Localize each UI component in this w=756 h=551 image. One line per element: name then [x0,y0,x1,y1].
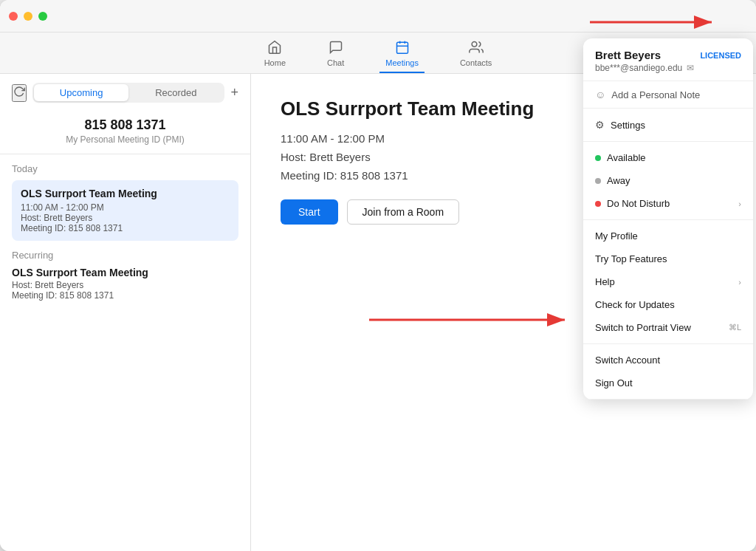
sign-out-item[interactable]: Sign Out [583,372,753,394]
nav-label-chat: Chat [327,58,344,67]
available-dot [595,155,601,161]
gear-icon: ⚙ [595,119,605,131]
home-icon [267,40,282,57]
help-item[interactable]: Help › [583,270,753,293]
status-section: Available Away Do Not Disturb › [583,142,753,220]
tab-upcoming[interactable]: Upcoming [34,84,128,101]
today-meeting-id: Meeting ID: 815 808 1371 [21,223,230,233]
nav-label-meetings: Meetings [385,58,419,67]
add-meeting-button[interactable]: + [230,85,238,100]
nav-item-chat[interactable]: Chat [321,37,350,73]
refresh-button[interactable] [12,84,27,102]
user-name: Brett Beyers [595,49,661,61]
status-dnd[interactable]: Do Not Disturb › [583,192,753,215]
away-label: Away [607,175,630,186]
sign-out-label: Sign Out [595,377,633,389]
available-label: Available [607,152,646,163]
join-room-button[interactable]: Join from a Room [347,199,459,225]
tab-group: Upcoming Recorded [32,83,224,103]
away-dot [595,178,601,184]
portrait-view-label: Switch to Portrait View [595,322,691,333]
add-note-row[interactable]: ☺ Add a Personal Note [583,81,753,109]
contacts-icon [469,40,484,57]
top-features-item[interactable]: Try Top Features [583,247,753,270]
start-button[interactable]: Start [281,199,338,225]
licensed-badge: LICENSED [700,51,741,60]
svg-point-4 [472,42,477,47]
my-profile-label: My Profile [595,230,638,242]
profile-dropdown: Brett Beyers LICENSED bbe***@sandiego.ed… [583,38,753,400]
portrait-view-item[interactable]: Switch to Portrait View ⌘L [583,316,753,339]
nav-label-contacts: Contacts [460,58,492,67]
my-profile-item[interactable]: My Profile [583,225,753,247]
note-icon: ☺ [595,89,605,100]
settings-section: ⚙ Settings [583,109,753,142]
nav-item-contacts[interactable]: Contacts [454,37,498,73]
dnd-dot [595,201,601,207]
tab-recorded[interactable]: Recorded [128,84,223,101]
minimize-button[interactable] [24,12,32,21]
settings-item[interactable]: ⚙ Settings [583,113,753,137]
status-away[interactable]: Away [583,169,753,192]
dropdown-header: Brett Beyers LICENSED bbe***@sandiego.ed… [583,38,753,81]
svg-rect-0 [396,42,408,53]
pmi-section: 815 808 1371 My Personal Meeting ID (PMI… [0,112,250,154]
add-note-label: Add a Personal Note [611,89,700,100]
email-icon: ✉ [687,63,694,73]
pmi-label: My Personal Meeting ID (PMI) [12,134,238,145]
nav-label-home: Home [264,58,286,67]
title-bar [0,0,756,32]
check-updates-item[interactable]: Check for Updates [583,293,753,316]
menu-section: My Profile Try Top Features Help › Check… [583,220,753,344]
portrait-shortcut: ⌘L [729,323,741,332]
recurring-meeting-title: OLS Surrport Team Meeting [12,267,238,278]
chat-icon [329,40,343,57]
dnd-label: Do Not Disturb [607,198,670,209]
email-text: bbe***@sandiego.edu [595,63,682,73]
switch-account-item[interactable]: Switch Account [583,349,753,372]
sidebar-header: Upcoming Recorded + [0,74,250,112]
maximize-button[interactable] [38,12,47,21]
nav-item-home[interactable]: Home [258,37,292,73]
top-features-label: Try Top Features [595,253,667,264]
account-section: Switch Account Sign Out [583,344,753,400]
today-meeting-time: 11:00 AM - 12:00 PM [21,202,230,213]
nav-item-meetings[interactable]: Meetings [379,37,425,73]
dnd-chevron-icon: › [738,199,741,208]
recurring-meeting-host: Host: Brett Beyers [12,280,238,290]
sidebar: Upcoming Recorded + 815 808 1371 My Pers… [0,74,251,551]
meetings-icon [395,40,410,57]
recurring-section: Recurring OLS Surrport Team Meeting Host… [12,250,238,301]
recurring-meeting[interactable]: OLS Surrport Team Meeting Host: Brett Be… [12,267,238,301]
window-buttons [9,12,47,21]
today-section-title: Today [12,163,238,174]
status-available[interactable]: Available [583,146,753,169]
today-meeting-card[interactable]: OLS Surrport Team Meeting 11:00 AM - 12:… [12,180,238,241]
check-updates-label: Check for Updates [595,299,675,310]
close-button[interactable] [9,12,18,21]
dropdown-name-row: Brett Beyers LICENSED [595,49,741,61]
switch-account-label: Switch Account [595,355,660,366]
recurring-meeting-id: Meeting ID: 815 808 1371 [12,290,238,301]
today-meeting-host: Host: Brett Beyers [21,213,230,223]
help-label: Help [595,276,615,287]
recurring-section-title: Recurring [12,250,238,261]
today-meeting-title: OLS Surrport Team Meeting [21,188,230,199]
dropdown-email-row: bbe***@sandiego.edu ✉ [595,63,741,73]
pmi-number: 815 808 1371 [12,117,238,133]
settings-label: Settings [611,120,645,131]
help-chevron-icon: › [738,278,741,287]
meeting-list: Today OLS Surrport Team Meeting 11:00 AM… [0,154,250,551]
